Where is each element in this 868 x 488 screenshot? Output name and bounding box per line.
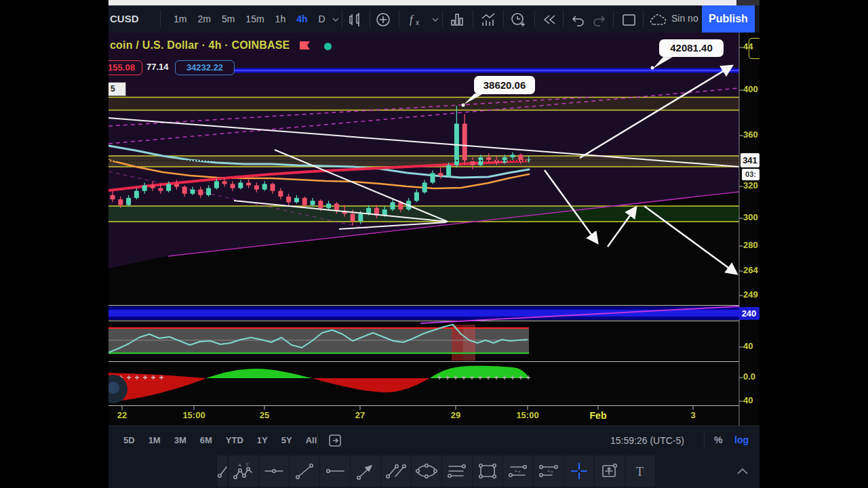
tool-parallel-lines[interactable] [442,455,472,487]
chart-canvas[interactable] [108,33,760,426]
chevron-down-icon[interactable] [330,12,342,28]
clock[interactable]: 15:59:26 (UTC-5) [610,435,684,446]
timeframe-4h[interactable]: 4h [291,5,313,33]
svg-text:A: A [238,462,241,468]
chart-area[interactable]: coin / U.S. Dollar · 4h · COINBASE 155.0… [108,33,760,426]
price-change-value: 77.14 [146,62,169,72]
redo-icon[interactable] [591,12,608,28]
go-to-date-icon[interactable] [327,432,343,449]
timeframe-1m[interactable]: 1m [168,5,192,33]
time-axis-label: 22 [117,410,127,420]
symbol-button[interactable]: CUSD [110,13,139,24]
blue-line-price-tag: 240 [738,307,760,320]
time-axis-label: 15:00 [516,410,538,420]
svg-text:x: x [416,19,419,26]
fullscreen-icon[interactable] [620,12,637,28]
svg-text:C: C [246,462,250,467]
publish-button[interactable]: Publish [702,5,755,33]
current-price-tag: 341 [741,153,760,167]
symbol-title[interactable]: coin / U.S. Dollar · 4h · COINBASE [110,39,290,52]
range-6M[interactable]: 6M [193,426,219,455]
alert-clock-icon[interactable] [510,12,526,28]
top-toolbar: CUSD 1m2m5m15m1h4hD fx [108,5,760,33]
price-axis-label: 40 [743,341,760,351]
price-axis-label: 300 [743,212,760,222]
timeframe-15m[interactable]: 15m [240,5,269,33]
price-axis-label: 264 [743,265,760,275]
range-5Y[interactable]: 5Y [275,426,299,455]
unsaved-layout-label[interactable]: Sin no [671,13,704,24]
timeframe-D[interactable]: D [313,5,331,33]
timeframe-2m[interactable]: 2m [192,5,216,33]
price-close-box: 34232.22 [175,60,235,75]
callout-lower-price[interactable]: 38620.06 [474,76,535,94]
clipped-axis-box [749,38,760,59]
range-All[interactable]: All [299,426,324,455]
price-axis-label: 280 [743,240,760,250]
range-YTD[interactable]: YTD [219,426,250,455]
flag-icon[interactable] [299,41,311,52]
tool-disjoint-channel[interactable] [503,455,533,487]
bottom-bar: 5D1M3M6MYTD1Y5YAll 15:59:26 (UTC-5) % lo… [108,426,760,455]
countdown-tag: 03: [742,169,760,180]
bar-layout-icon[interactable] [449,12,465,28]
tradingview-window: CUSD 1m2m5m15m1h4hD fx [108,0,760,488]
tool-pattern-partial[interactable] [217,455,227,487]
time-axis-label: 3 [690,410,695,420]
percent-scale-button[interactable]: % [714,434,722,445]
timeframe-1h[interactable]: 1h [270,5,292,33]
price-axis-label: 320 [743,180,760,190]
range-row: 5D1M3M6MYTD1Y5YAll [117,426,323,455]
tool-trend-line[interactable] [290,455,319,487]
timeframe-5m[interactable]: 5m [216,5,240,33]
chevron-up-icon[interactable] [734,462,751,480]
chart-template-icon[interactable] [480,12,496,28]
candlestick-style-icon[interactable] [347,12,363,28]
time-axis-label: 15:00 [182,410,205,420]
time-axis-label: 25 [260,410,269,420]
time-axis-label: 27 [355,410,365,420]
tool-rectangle[interactable] [473,455,502,487]
replay-rewind-icon[interactable] [541,12,557,28]
tool-flat-channel[interactable] [534,455,564,487]
timeframe-row: 1m2m5m15m1h4hD [168,5,331,33]
tool-parallel-channel[interactable] [381,455,411,487]
window-top-strip-end [736,0,760,5]
range-5D[interactable]: 5D [117,426,142,455]
svg-text:T: T [636,465,644,479]
price-axis-label: 0.0 [743,371,760,382]
indicators-chevron-icon[interactable] [429,12,441,28]
tool-text[interactable]: T [625,455,655,487]
callout-upper-price[interactable]: 42081.40 [659,39,724,57]
window-top-strip [108,0,736,5]
cloud-save-icon[interactable] [648,12,669,28]
compare-plus-icon[interactable] [375,12,391,28]
range-1M[interactable]: 1M [142,426,167,455]
time-axis-label: Feb [590,410,607,421]
svg-text:f: f [410,14,414,26]
log-scale-button[interactable]: log [734,434,749,445]
price-axis-label: 400 [743,84,760,94]
undo-icon[interactable] [570,12,586,28]
indicators-fx-icon[interactable]: fx [407,12,427,28]
drawing-toolbar: AC [108,454,760,488]
price-axis-label: 360 [743,129,760,140]
range-3M[interactable]: 3M [167,426,193,455]
tool-xabcd-pattern[interactable]: AC [229,455,258,487]
tool-anchored-move[interactable] [595,455,625,487]
tool-crosshair[interactable] [564,455,594,487]
range-1Y[interactable]: 1Y [250,426,275,455]
tool-ellipse[interactable] [412,455,441,487]
price-low-box: 155.08 [108,60,142,75]
tool-arrow[interactable] [351,455,380,487]
price-axis-label: 249 [743,289,760,300]
tool-horizontal-ray[interactable] [320,455,350,487]
tool-horizontal-line[interactable] [259,455,289,487]
price-axis-label: 40 [743,395,760,405]
market-status-dot[interactable] [324,43,332,50]
time-axis-label: 29 [451,410,460,420]
mini-clipped-label: 5 [108,82,126,96]
